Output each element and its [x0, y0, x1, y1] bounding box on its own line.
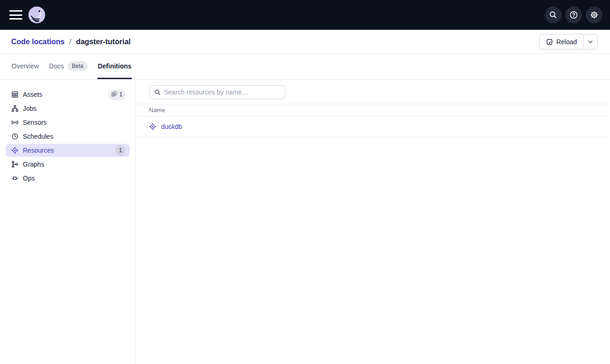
count-badge: 1 [108, 89, 126, 100]
top-navbar [0, 0, 610, 30]
hamburger-menu-icon[interactable] [9, 10, 22, 20]
sidebar-item-assets[interactable]: Assets 1 [6, 88, 130, 101]
settings-button[interactable] [586, 7, 603, 23]
reload-button[interactable]: Reload [540, 34, 583, 49]
sidebar-item-sensors[interactable]: Sensors [6, 116, 130, 129]
dagster-logo[interactable] [28, 6, 46, 24]
reload-dropdown-button[interactable] [583, 34, 597, 49]
definitions-sidebar: Assets 1 Jobs Sensors Schedules Resour [0, 80, 136, 364]
search-row [136, 80, 610, 104]
location-tabs: Overview Docs Beta Definitions [0, 54, 610, 80]
jobs-icon [11, 105, 19, 112]
tab-docs[interactable]: Docs Beta [48, 54, 88, 79]
resource-link[interactable]: duckdb [161, 123, 182, 130]
assets-icon [11, 91, 19, 98]
sidebar-item-label: Schedules [23, 133, 126, 140]
sensors-icon [11, 119, 19, 126]
tab-label: Overview [12, 62, 39, 70]
sidebar-item-label: Sensors [23, 119, 126, 126]
help-button[interactable] [565, 7, 582, 23]
code-location-reload-icon [546, 38, 553, 46]
search-icon [154, 89, 161, 95]
tab-label: Definitions [98, 62, 131, 70]
resource-search-input[interactable] [164, 88, 280, 96]
sidebar-item-graphs[interactable]: Graphs [6, 158, 130, 171]
settings-gear-icon [590, 11, 598, 19]
nav-actions [545, 7, 603, 23]
resource-search-box [149, 85, 285, 99]
page-header: Code locations / dagster-tutorial Reload [0, 30, 610, 54]
schedules-icon [11, 133, 19, 140]
column-header-name: Name [149, 107, 165, 114]
tab-label: Docs [49, 62, 64, 70]
help-icon [569, 11, 578, 19]
sidebar-item-resources[interactable]: Resources 1 [6, 144, 130, 157]
breadcrumb-current-location: dagster-tutorial [76, 38, 130, 46]
count-badge: 1 [115, 145, 126, 156]
chevron-down-icon [587, 39, 594, 45]
beta-badge: Beta [68, 61, 88, 71]
tab-definitions[interactable]: Definitions [97, 54, 132, 79]
resources-icon [11, 147, 19, 154]
reload-button-group: Reload [539, 34, 598, 49]
sidebar-item-label: Resources [23, 147, 111, 154]
table-header: Name [136, 104, 606, 116]
count-badge-value: 1 [119, 91, 122, 98]
sidebar-item-schedules[interactable]: Schedules [6, 130, 130, 143]
ops-icon [11, 175, 19, 182]
breadcrumb: Code locations / dagster-tutorial [11, 38, 130, 46]
breadcrumb-code-locations-link[interactable]: Code locations [11, 38, 65, 46]
content-area: Assets 1 Jobs Sensors Schedules Resour [0, 80, 610, 364]
graphs-icon [11, 161, 19, 168]
asset-group-icon [111, 91, 117, 98]
resources-table: Name duckdb [136, 104, 606, 137]
breadcrumb-separator: / [69, 38, 71, 46]
count-badge-value: 1 [119, 147, 122, 154]
sidebar-item-jobs[interactable]: Jobs [6, 102, 130, 115]
search-button[interactable] [545, 7, 562, 23]
sidebar-item-label: Graphs [23, 161, 126, 168]
sidebar-item-label: Ops [23, 175, 126, 182]
search-icon [549, 11, 557, 19]
table-row-duckdb: duckdb [136, 116, 606, 137]
tab-overview[interactable]: Overview [11, 54, 39, 79]
reload-button-label: Reload [556, 38, 577, 46]
sidebar-item-label: Jobs [23, 105, 126, 112]
resources-icon [149, 123, 156, 130]
sidebar-item-label: Assets [23, 91, 104, 98]
resources-panel: Name duckdb [136, 80, 610, 364]
sidebar-item-ops[interactable]: Ops [6, 172, 130, 185]
